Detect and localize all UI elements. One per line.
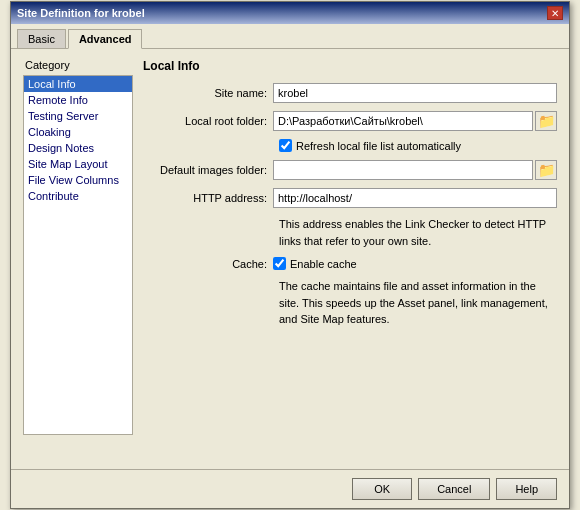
- cache-row: Cache: Enable cache: [143, 257, 557, 270]
- refresh-checkbox[interactable]: [279, 139, 292, 152]
- local-root-folder-row: Local root folder: 📁: [143, 111, 557, 131]
- main-area: Local Info Site name: Local root folder:…: [143, 59, 557, 459]
- main-content: Category Local Info Remote Info Testing …: [11, 49, 569, 469]
- site-name-label: Site name:: [143, 87, 273, 99]
- http-address-row: HTTP address:: [143, 188, 557, 208]
- http-address-label: HTTP address:: [143, 192, 273, 204]
- tab-bar: Basic Advanced: [11, 24, 569, 49]
- sidebar-item-cloaking[interactable]: Cloaking: [24, 124, 132, 140]
- sidebar-item-site-map-layout[interactable]: Site Map Layout: [24, 156, 132, 172]
- help-button[interactable]: Help: [496, 478, 557, 500]
- site-definition-window: Site Definition for krobel ✕ Basic Advan…: [10, 1, 570, 509]
- sidebar-item-contribute[interactable]: Contribute: [24, 188, 132, 204]
- sidebar-item-testing-server[interactable]: Testing Server: [24, 108, 132, 124]
- cache-label: Cache:: [143, 258, 273, 270]
- default-images-folder-browse-button[interactable]: 📁: [535, 160, 557, 180]
- tab-advanced[interactable]: Advanced: [68, 29, 143, 49]
- http-description: This address enables the Link Checker to…: [279, 216, 557, 249]
- sidebar-item-remote-info[interactable]: Remote Info: [24, 92, 132, 108]
- section-title: Local Info: [143, 59, 557, 73]
- sidebar-item-file-view-columns[interactable]: File View Columns: [24, 172, 132, 188]
- site-name-input[interactable]: [273, 83, 557, 103]
- sidebar-title: Category: [23, 59, 133, 71]
- sidebar: Category Local Info Remote Info Testing …: [23, 59, 133, 459]
- default-images-folder-label: Default images folder:: [143, 164, 273, 176]
- title-bar: Site Definition for krobel ✕: [11, 2, 569, 24]
- ok-button[interactable]: OK: [352, 478, 412, 500]
- bottom-bar: OK Cancel Help: [11, 469, 569, 508]
- site-name-row: Site name:: [143, 83, 557, 103]
- cache-enable-label: Enable cache: [290, 258, 357, 270]
- refresh-label: Refresh local file list automatically: [296, 140, 461, 152]
- local-root-folder-input[interactable]: [273, 111, 533, 131]
- tab-basic[interactable]: Basic: [17, 29, 66, 49]
- refresh-checkbox-row: Refresh local file list automatically: [279, 139, 557, 152]
- sidebar-item-local-info[interactable]: Local Info: [24, 76, 132, 92]
- window-title: Site Definition for krobel: [17, 7, 145, 19]
- sidebar-item-design-notes[interactable]: Design Notes: [24, 140, 132, 156]
- local-root-folder-label: Local root folder:: [143, 115, 273, 127]
- local-root-folder-browse-button[interactable]: 📁: [535, 111, 557, 131]
- sidebar-list: Local Info Remote Info Testing Server Cl…: [23, 75, 133, 435]
- default-images-folder-row: Default images folder: 📁: [143, 160, 557, 180]
- folder-icon-2: 📁: [538, 162, 555, 178]
- http-address-input[interactable]: [273, 188, 557, 208]
- cache-description: The cache maintains file and asset infor…: [279, 278, 557, 328]
- cache-checkbox[interactable]: [273, 257, 286, 270]
- folder-icon: 📁: [538, 113, 555, 129]
- default-images-folder-input[interactable]: [273, 160, 533, 180]
- cancel-button[interactable]: Cancel: [418, 478, 490, 500]
- close-button[interactable]: ✕: [547, 6, 563, 20]
